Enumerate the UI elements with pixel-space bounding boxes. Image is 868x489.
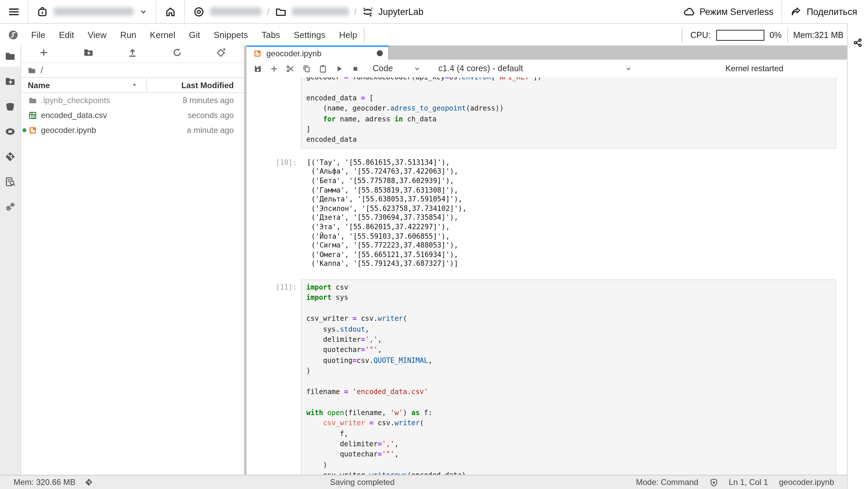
redacted-project-name[interactable] [292, 7, 349, 16]
divider [787, 27, 788, 42]
editor-mode[interactable]: Mode: Command [636, 477, 698, 487]
serverless-label: Режим Serverless [700, 6, 773, 17]
shield-x-icon[interactable] [709, 478, 718, 487]
git-diamond-icon [5, 151, 16, 162]
upload-button[interactable] [127, 47, 138, 60]
activity-bucket[interactable] [0, 96, 20, 117]
current-path: / [41, 65, 43, 75]
share-button[interactable]: Поделиться [782, 0, 868, 23]
save-icon [253, 64, 262, 73]
file-row[interactable]: encoded_data.csvseconds ago [21, 108, 244, 123]
menu-kernel[interactable]: Kernel [143, 24, 182, 46]
folder-small-icon [28, 96, 37, 105]
kernel-status-message: Kernel restarted [725, 64, 783, 73]
file-list: .ipynb_checkpoints8 minutes agoencoded_d… [21, 93, 244, 138]
activity-contents-search[interactable] [0, 171, 20, 192]
cell-prompt: [11]: [247, 279, 299, 293]
serverless-mode-button[interactable]: Режим Serverless [675, 0, 782, 23]
unsaved-changes-dot[interactable] [377, 50, 383, 56]
save-status-message: Saving completed [330, 477, 395, 487]
scissors-icon [286, 64, 294, 73]
code-editor[interactable]: import csv import sys csv_writer = csv.w… [301, 279, 836, 475]
column-last-modified[interactable]: Last Modified [147, 80, 244, 90]
file-breadcrumb[interactable]: / [21, 63, 244, 77]
breadcrumb-separator: / [354, 6, 356, 17]
column-name[interactable]: Name [21, 80, 146, 90]
refresh-button[interactable] [172, 47, 182, 60]
file-list-header: Name Last Modified [21, 77, 244, 93]
right-sidebar [847, 23, 868, 489]
bucket-icon [5, 101, 16, 112]
stop-kernel-button[interactable] [347, 60, 363, 77]
hamburger-icon [8, 6, 20, 17]
gears-icon [5, 201, 16, 212]
notebook-panel: geocoder.ipynb Code c1.4 (4 cores) - def… [247, 45, 868, 475]
panel-splitter[interactable] [244, 45, 247, 475]
status-bar: Mem: 320.66 MB Saving completed Mode: Co… [0, 475, 868, 489]
code-editor[interactable]: geocoder = YandexGeocoder(api_key=os.env… [301, 77, 836, 149]
menu-git[interactable]: Git [182, 24, 207, 46]
copy-icon [302, 64, 311, 73]
jupyterlab-breadcrumb-label: JupyterLab [378, 6, 424, 17]
git-status-icon[interactable] [85, 478, 93, 486]
activity-file-browser[interactable] [0, 45, 20, 66]
copy-cell-button[interactable] [298, 60, 314, 77]
file-row[interactable]: geocoder.ipynba minute ago [21, 123, 244, 138]
activity-git[interactable] [0, 146, 20, 167]
activity-new-folder[interactable] [0, 71, 20, 92]
folder-plus-icon [5, 76, 16, 86]
cut-cell-button[interactable] [282, 60, 298, 77]
file-name: geocoder.ipynb [41, 125, 187, 135]
cursor-position[interactable]: Ln 1, Col 1 [729, 477, 768, 487]
menu-items: FileEditViewRunKernelGitSnippetsTabsSett… [24, 24, 364, 46]
top-bar: / / JupyterLab Режим Serverless Поделить… [0, 0, 868, 24]
divider [364, 27, 365, 42]
home-icon [165, 6, 176, 17]
file-row[interactable]: .ipynb_checkpoints8 minutes ago [21, 93, 244, 108]
kernel-dropdown[interactable]: c1.4 (4 cores) - default [438, 64, 632, 73]
run-icon [334, 64, 343, 73]
cpu-label: CPU: [690, 30, 710, 40]
activity-bar [0, 45, 21, 475]
redacted-community-name[interactable] [210, 7, 262, 16]
menu-help[interactable]: Help [332, 24, 364, 46]
git-init-button[interactable] [216, 47, 226, 60]
tab-title: geocoder.ipynb [266, 48, 373, 58]
menu-snippets[interactable]: Snippets [207, 24, 255, 46]
menu-file[interactable]: File [24, 24, 52, 46]
run-cell-button[interactable] [331, 60, 347, 77]
menu-edit[interactable]: Edit [52, 24, 81, 46]
notebook-toolbar: Code c1.4 (4 cores) - default Kernel res… [247, 60, 868, 78]
activity-settings[interactable] [0, 196, 20, 217]
share-arrow-icon [790, 6, 802, 17]
menu-settings[interactable]: Settings [287, 24, 332, 46]
menu-view[interactable]: View [81, 24, 113, 46]
notebook-content: geocoder = YandexGeocoder(api_key=os.env… [247, 77, 868, 475]
main-menu-button[interactable] [0, 0, 28, 23]
new-launcher-button[interactable] [39, 47, 49, 60]
activity-containers[interactable] [0, 121, 20, 142]
home-button[interactable] [157, 0, 184, 23]
cell-output-row: [10]:[('Тау', '[55.861615,37.513134]'), … [247, 157, 868, 269]
no-dot [22, 113, 26, 117]
code-cell-row: geocoder = YandexGeocoder(api_key=os.env… [247, 77, 868, 149]
jupyter-logo-icon [362, 6, 374, 17]
tab-geocoder-ipynb[interactable]: geocoder.ipynb [247, 45, 389, 60]
add-cell-button[interactable] [266, 60, 282, 77]
menu-tabs[interactable]: Tabs [255, 24, 287, 46]
cloud-icon [683, 6, 695, 17]
doc-search-icon [5, 176, 16, 187]
menu-run[interactable]: Run [113, 24, 143, 46]
plus-icon [39, 47, 49, 58]
new-folder-button[interactable] [83, 47, 93, 60]
share-nodes-icon[interactable] [853, 38, 863, 47]
file-browser-panel: / Name Last Modified .ipynb_checkpoints8… [21, 45, 244, 475]
menu-bar: FileEditViewRunKernelGitSnippetsTabsSett… [0, 24, 868, 47]
cell-type-dropdown[interactable]: Code [373, 64, 421, 73]
sort-ascending-icon [131, 81, 138, 89]
cloud-folder-selector[interactable] [28, 0, 156, 23]
paste-cell-button[interactable] [314, 60, 331, 77]
save-button[interactable] [249, 60, 266, 77]
memory-status: Mem: 320.66 MB [14, 477, 76, 487]
code-cell-row: [11]:import csv import sys csv_writer = … [247, 279, 868, 475]
